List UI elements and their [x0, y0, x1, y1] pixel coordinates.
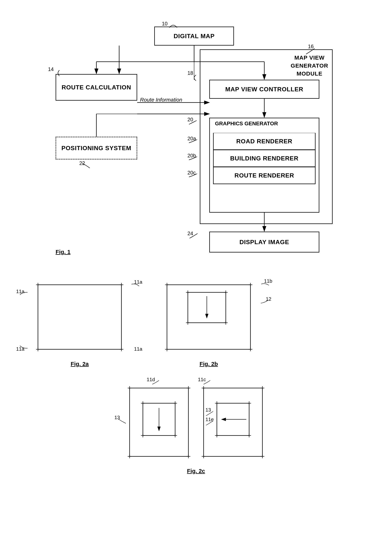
graphics-gen-label: GRAPHICS GENERATOR — [215, 121, 278, 127]
ref13-l-line — [117, 418, 127, 424]
road-renderer-box: ROAD RENDERER — [213, 133, 316, 150]
fig2b-label: Fig. 2b — [200, 361, 218, 367]
fig2a-item: 11a 11a 11a 11a F — [27, 277, 133, 367]
ref22-line — [80, 162, 91, 169]
fig2a-svg — [27, 277, 133, 357]
fig2a-label: Fig. 2a — [71, 361, 89, 367]
fig2c-label: Fig. 2c — [187, 468, 205, 474]
ref11b-line — [260, 281, 270, 286]
route-calc-box: ROUTE CALCULATION — [56, 74, 137, 101]
ref-11a-right-bot: 11a — [134, 346, 142, 352]
route-info-label: Route Information — [140, 97, 182, 103]
ref20a-line — [188, 139, 199, 144]
ref13-r-line — [205, 410, 214, 416]
positioning-system-box: POSITIONING SYSTEM — [56, 137, 137, 159]
ref20b-line — [188, 156, 199, 161]
ref11c-line — [203, 379, 212, 385]
fig2b-item: 11b 12 — [156, 277, 262, 367]
ref20-line — [188, 120, 199, 125]
ref11d-line — [152, 379, 161, 385]
fig1-caption: Fig. 1 — [56, 249, 70, 255]
ref14-line — [51, 69, 61, 77]
ref12-line — [260, 299, 269, 305]
fig2-top-row: 11a 11a 11a 11a F — [15, 273, 377, 367]
ref18-line — [188, 74, 198, 82]
figure-1-container: DIGITAL MAP ROUTE CALCULATION MAP VIEWGE… — [44, 11, 348, 268]
fig2c-item: 11d 11c 13 11e 13 — [124, 380, 268, 474]
ref11a-rt-line — [130, 281, 140, 287]
digital-map-box: DIGITAL MAP — [154, 27, 234, 46]
fig2c-row: 11d 11c 13 11e 13 — [15, 375, 377, 474]
building-renderer-box: BUILDING RENDERER — [213, 150, 316, 167]
ref11a-lb-line — [19, 345, 28, 351]
svg-rect-14 — [38, 285, 121, 349]
ref20c-line — [188, 173, 199, 178]
ref16-line — [304, 48, 316, 55]
ref24-line — [188, 233, 200, 239]
route-renderer-box: ROUTE RENDERER — [213, 167, 316, 184]
page: { "fig1": { "title": "Fig. 1", "boxes": … — [0, 0, 392, 557]
ref11a-lt-line — [19, 290, 28, 296]
ref11e-line — [205, 420, 214, 426]
fig2b-svg — [156, 277, 262, 357]
display-image-box: DISPLAY IMAGE — [209, 232, 319, 253]
ref10-line — [166, 22, 181, 29]
map-view-ctrl-box: MAP VIEW CONTROLLER — [209, 80, 319, 99]
fig2c-svg — [124, 380, 268, 464]
